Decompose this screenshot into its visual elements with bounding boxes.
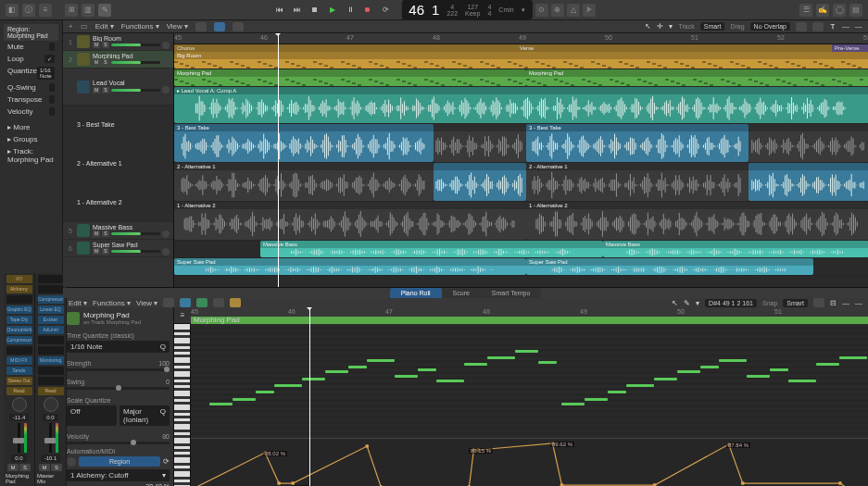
pr-tool-menu-icon[interactable]: ▾ xyxy=(696,299,699,307)
strength-slider[interactable] xyxy=(67,368,170,371)
insert-slot[interactable]: Linear EQ xyxy=(38,305,64,314)
inspector-row[interactable]: Transpose xyxy=(4,93,58,106)
track-header[interactable]: 3 - Best Take xyxy=(63,106,173,144)
countin-icon[interactable]: ⊕ xyxy=(551,4,564,17)
tuner-icon[interactable]: ⊙ xyxy=(535,4,548,17)
automation-point[interactable] xyxy=(741,481,745,485)
midi-note[interactable] xyxy=(515,350,538,353)
automation-point[interactable] xyxy=(277,481,281,485)
midi-note[interactable] xyxy=(747,375,770,378)
drag-select[interactable]: No Overlap xyxy=(750,22,790,31)
add-track-icon[interactable]: + xyxy=(69,22,73,31)
pr-edit-menu[interactable]: Edit xyxy=(69,299,87,307)
track-header[interactable]: 2Morphing PadMS xyxy=(63,51,173,69)
editors-icon[interactable]: ✎ xyxy=(98,4,111,17)
pr-midi-in-icon[interactable] xyxy=(230,298,241,307)
midi-note[interactable] xyxy=(256,391,274,393)
region[interactable]: Morphing Pad xyxy=(174,69,526,86)
region-automation-button[interactable]: Region xyxy=(79,456,160,467)
piano-keyboard[interactable] xyxy=(174,324,191,486)
tool-menu-icon[interactable]: ▾ xyxy=(669,22,673,31)
pr-automation-icon[interactable] xyxy=(196,298,208,307)
velocity-slider[interactable] xyxy=(67,442,170,444)
fader[interactable] xyxy=(18,423,20,453)
solo-button[interactable]: S xyxy=(102,59,109,66)
region[interactable]: Super Saw Pad xyxy=(526,258,813,275)
catch-icon[interactable] xyxy=(195,22,207,31)
insert-slot[interactable] xyxy=(38,336,64,344)
duplicate-track-icon[interactable]: ▭ xyxy=(81,22,88,31)
pr-pencil-icon[interactable]: ✎ xyxy=(684,299,690,307)
smart-controls-icon[interactable]: ⊞ xyxy=(65,4,78,17)
lcd-key[interactable]: Cmin xyxy=(498,6,513,13)
volume-fader[interactable] xyxy=(111,61,160,64)
disclosure-row[interactable]: ▸ Track: Morphing Pad xyxy=(4,145,58,166)
insert-slot[interactable] xyxy=(38,346,64,355)
view-menu[interactable]: View xyxy=(167,22,188,31)
lcd-beat[interactable]: 1 xyxy=(432,2,439,18)
insert-slot[interactable]: Stereo Out xyxy=(6,377,32,385)
region[interactable] xyxy=(748,163,868,201)
piano-ruler[interactable]: 4546474849505152 xyxy=(191,307,868,317)
play-button[interactable]: ▶ xyxy=(325,4,340,17)
insert-slot[interactable]: Alchemy xyxy=(6,285,32,293)
automation-point[interactable] xyxy=(838,481,842,485)
flex-icon[interactable] xyxy=(233,22,244,31)
waveform-zoom-icon[interactable]: ⫪ xyxy=(829,22,837,31)
insert-slot[interactable] xyxy=(38,377,64,385)
pan-knob[interactable] xyxy=(162,42,170,49)
region[interactable]: Massive Bass xyxy=(260,241,603,257)
midi-note[interactable] xyxy=(487,356,515,359)
track-header[interactable]: 1Big RoomMS xyxy=(63,33,173,51)
region[interactable]: 1 - Alternative 2 xyxy=(526,202,868,240)
pan-knob[interactable] xyxy=(162,59,170,67)
marker[interactable]: Verse xyxy=(517,44,832,52)
insert-slot[interactable]: Sends xyxy=(6,367,32,375)
insert-slot[interactable]: Tape Dly xyxy=(6,316,32,324)
insert-slot[interactable] xyxy=(38,367,64,375)
pr-vzoom[interactable]: — xyxy=(842,299,849,307)
marquee-tool-icon[interactable]: ✛ xyxy=(657,22,663,31)
fader[interactable] xyxy=(49,423,52,453)
mute-button[interactable]: M xyxy=(39,464,50,471)
track-header[interactable]: 2 - Alternative 1 xyxy=(63,144,173,183)
pan-value[interactable]: -11.4 xyxy=(9,414,30,421)
midi-note[interactable] xyxy=(348,366,367,368)
region[interactable]: 1 - Alternative 2 xyxy=(174,202,526,240)
inspector-row[interactable]: Mute xyxy=(4,41,58,53)
inspector-row[interactable]: Velocity xyxy=(4,106,58,118)
marker[interactable]: Pre-Verse xyxy=(832,44,868,52)
cycle-automation-icon[interactable]: ⟳ xyxy=(163,457,170,466)
edit-menu[interactable]: Edit xyxy=(95,22,114,31)
region[interactable]: Super Saw Pad xyxy=(174,258,526,275)
master-vol-icon[interactable]: ᗎ xyxy=(583,4,596,17)
pr-view-menu[interactable]: View xyxy=(136,299,157,307)
midi-note[interactable] xyxy=(464,363,487,366)
midi-note[interactable] xyxy=(585,398,608,401)
pr-collapse-icon[interactable]: ⊟ xyxy=(830,299,837,307)
midi-note[interactable] xyxy=(436,380,464,382)
region[interactable]: 2 - Alternative 1 xyxy=(174,163,434,201)
midi-note[interactable] xyxy=(233,398,256,401)
midi-note[interactable] xyxy=(816,363,839,366)
solo-button[interactable]: S xyxy=(102,42,109,48)
toolbar-icon[interactable]: ≡ xyxy=(39,4,52,17)
stop-button[interactable]: ⏹ xyxy=(308,4,322,17)
disclosure-row[interactable]: ▸ More xyxy=(4,121,58,133)
automation-lane[interactable]: 28.02 %8.39 %80.15 %89.62 %87.84 %2.29 % xyxy=(191,438,868,486)
disclosure-row[interactable]: ▸ Groups xyxy=(4,133,58,145)
midi-note[interactable] xyxy=(209,403,233,405)
midi-note[interactable] xyxy=(274,384,302,387)
power-icon[interactable] xyxy=(67,457,76,467)
automation-point[interactable] xyxy=(365,444,369,448)
lcd-bar[interactable]: 46 xyxy=(409,2,424,18)
time-quantize-select[interactable]: 1/16 NoteQ xyxy=(67,341,170,353)
mute-button[interactable]: M xyxy=(93,248,100,255)
midi-note[interactable] xyxy=(700,366,719,368)
insert-slot[interactable] xyxy=(6,346,32,355)
mute-button[interactable]: M xyxy=(7,464,19,471)
automation-icon[interactable] xyxy=(214,22,225,31)
region[interactable] xyxy=(434,163,526,201)
mixer-icon[interactable]: ▥ xyxy=(82,4,94,17)
midi-note[interactable] xyxy=(788,380,816,382)
